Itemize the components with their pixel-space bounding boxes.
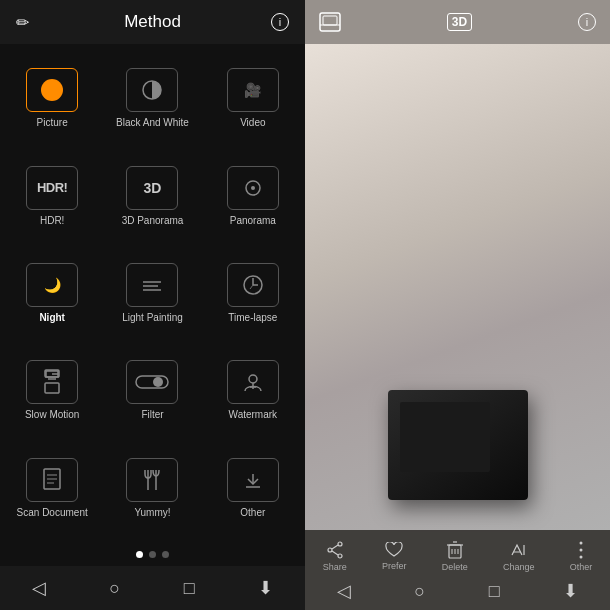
panorama-icon-box	[227, 166, 279, 210]
svg-point-27	[328, 548, 332, 552]
yummy-icon-box	[126, 458, 178, 502]
other-label: Other	[570, 562, 593, 572]
home-nav-icon[interactable]: ○	[109, 578, 120, 599]
trash-icon	[447, 541, 463, 559]
edit-icon[interactable]: ✏	[16, 13, 29, 32]
dot-1	[136, 551, 143, 558]
right-panel: 3D i Share Prefer	[305, 0, 610, 610]
svg-line-29	[332, 551, 338, 555]
picture-icon-box	[26, 68, 78, 112]
picture-label: Picture	[37, 117, 68, 129]
svg-point-25	[338, 542, 342, 546]
night-label: Night	[39, 312, 65, 324]
right-toolbar: Share Prefer Delete	[305, 530, 610, 610]
moon-icon: 🌙	[44, 277, 61, 293]
yummy-icon	[141, 468, 163, 492]
svg-point-11	[249, 375, 257, 383]
svg-rect-9	[136, 376, 168, 388]
grid-item-watermark[interactable]: Watermark	[205, 344, 301, 437]
gallery-icon[interactable]	[319, 12, 341, 32]
hdr-icon-box: HDR!	[26, 166, 78, 210]
light-painting-icon-box	[126, 263, 178, 307]
grid-item-other[interactable]: Other	[205, 442, 301, 535]
toolbar-prefer[interactable]: Prefer	[382, 542, 407, 571]
hdr-label: HDR!	[40, 215, 64, 227]
svg-rect-23	[323, 16, 337, 25]
filter-label: Filter	[141, 409, 163, 421]
grid-item-hdr[interactable]: HDR! HDR!	[4, 149, 100, 242]
filter-icon	[135, 373, 169, 391]
toolbar-icons: Share Prefer Delete	[305, 530, 610, 576]
time-lapse-label: Time-lapse	[228, 312, 277, 324]
grid-item-yummy[interactable]: Yummy!	[104, 442, 200, 535]
right-back-nav-icon[interactable]: ◁	[337, 580, 351, 602]
grid-item-3d-panorama[interactable]: 3D 3D Panorama	[104, 149, 200, 242]
change-icon	[510, 541, 528, 559]
grid-item-night[interactable]: 🌙 Night	[4, 247, 100, 340]
slow-motion-label: Slow Motion	[25, 409, 79, 421]
device-screen	[400, 402, 490, 472]
filter-icon-box	[126, 360, 178, 404]
share-icon	[326, 541, 344, 559]
picture-icon	[41, 79, 63, 101]
black-white-icon-box	[126, 68, 178, 112]
dot-2	[149, 551, 156, 558]
svg-point-38	[580, 541, 583, 544]
grid-item-black-white[interactable]: Black And White	[104, 52, 200, 145]
video-icon: 🎥	[244, 82, 261, 98]
grid-item-filter[interactable]: Filter	[104, 344, 200, 437]
scan-document-icon	[41, 468, 63, 492]
recents-nav-icon[interactable]: □	[184, 578, 195, 599]
toolbar-share[interactable]: Share	[323, 541, 347, 572]
yummy-label: Yummy!	[134, 507, 170, 519]
delete-label: Delete	[442, 562, 468, 572]
hdr-icon: HDR!	[37, 180, 68, 195]
svg-rect-8	[45, 383, 59, 393]
left-header: ✏ Method i	[0, 0, 305, 44]
grid-item-time-lapse[interactable]: Time-lapse	[205, 247, 301, 340]
svg-point-10	[153, 377, 163, 387]
right-bottom-nav: ◁ ○ □ ⬇	[305, 576, 610, 610]
page-dots	[0, 543, 305, 566]
3d-badge: 3D	[447, 13, 472, 31]
night-icon-box: 🌙	[26, 263, 78, 307]
dot-3	[162, 551, 169, 558]
grid-item-video[interactable]: 🎥 Video	[205, 52, 301, 145]
right-home-nav-icon[interactable]: ○	[414, 581, 425, 602]
scan-document-icon-box	[26, 458, 78, 502]
prefer-label: Prefer	[382, 561, 407, 571]
toolbar-other[interactable]: Other	[570, 541, 593, 572]
black-device	[388, 390, 528, 500]
right-info-icon[interactable]: i	[578, 13, 596, 31]
info-icon[interactable]: i	[271, 13, 289, 31]
half-circle-icon	[141, 79, 163, 101]
svg-line-28	[332, 545, 338, 549]
photo-area	[305, 44, 610, 530]
panorama-icon	[242, 179, 264, 197]
method-grid: Picture Black And White 🎥 Video HDR! HDR…	[0, 44, 305, 543]
right-recents-nav-icon[interactable]: □	[489, 581, 500, 602]
3d-icon: 3D	[144, 180, 162, 196]
time-lapse-icon-box	[227, 263, 279, 307]
video-label: Video	[240, 117, 265, 129]
share-label: Share	[323, 562, 347, 572]
light-painting-icon	[140, 276, 164, 294]
more-icon	[578, 541, 584, 559]
slow-motion-icon	[41, 369, 63, 395]
grid-item-picture[interactable]: Picture	[4, 52, 100, 145]
toolbar-change[interactable]: Change	[503, 541, 535, 572]
change-label: Change	[503, 562, 535, 572]
svg-point-2	[251, 186, 255, 190]
grid-item-scan-document[interactable]: Scan Document	[4, 442, 100, 535]
grid-item-panorama[interactable]: Panorama	[205, 149, 301, 242]
back-nav-icon[interactable]: ◁	[32, 577, 46, 599]
scan-document-label: Scan Document	[17, 507, 88, 519]
other-label: Other	[240, 507, 265, 519]
grid-item-slow-motion[interactable]: Slow Motion	[4, 344, 100, 437]
down-nav-icon[interactable]: ⬇	[258, 577, 273, 599]
right-down-nav-icon[interactable]: ⬇	[563, 580, 578, 602]
grid-item-light-painting[interactable]: Light Painting	[104, 247, 200, 340]
3d-panorama-icon-box: 3D	[126, 166, 178, 210]
light-painting-label: Light Painting	[122, 312, 183, 324]
toolbar-delete[interactable]: Delete	[442, 541, 468, 572]
